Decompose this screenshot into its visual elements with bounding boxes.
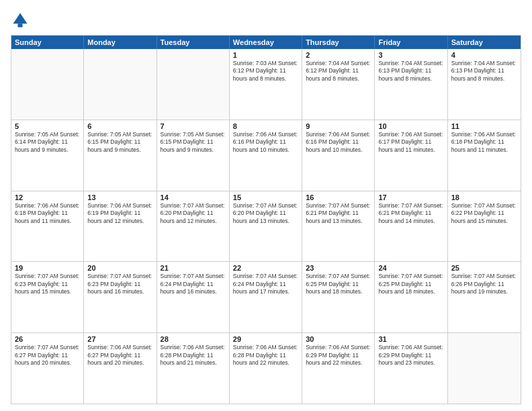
calendar-cell: 30Sunrise: 7:06 AM Sunset: 6:29 PM Dayli… <box>302 333 375 404</box>
day-info: Sunrise: 7:07 AM Sunset: 6:23 PM Dayligh… <box>87 273 152 295</box>
svg-marker-0 <box>13 13 28 24</box>
calendar-cell <box>448 333 521 404</box>
calendar-cell: 16Sunrise: 7:07 AM Sunset: 6:21 PM Dayli… <box>302 191 375 262</box>
day-number: 1 <box>233 51 298 59</box>
calendar-cell: 2Sunrise: 7:04 AM Sunset: 6:12 PM Daylig… <box>302 49 375 120</box>
day-info: Sunrise: 7:05 AM Sunset: 6:15 PM Dayligh… <box>161 131 226 154</box>
day-info: Sunrise: 7:04 AM Sunset: 6:12 PM Dayligh… <box>306 60 371 83</box>
calendar-cell: 22Sunrise: 7:07 AM Sunset: 6:24 PM Dayli… <box>230 262 302 332</box>
day-number: 30 <box>306 335 371 343</box>
day-number: 15 <box>233 193 298 201</box>
day-info: Sunrise: 7:07 AM Sunset: 6:21 PM Dayligh… <box>378 202 443 225</box>
calendar-body: 1Sunrise: 7:03 AM Sunset: 6:12 PM Daylig… <box>11 49 521 404</box>
day-number: 5 <box>15 122 80 130</box>
day-number: 13 <box>87 193 152 201</box>
day-number: 9 <box>306 122 371 130</box>
day-info: Sunrise: 7:06 AM Sunset: 6:19 PM Dayligh… <box>87 202 152 225</box>
calendar-row-3: 12Sunrise: 7:06 AM Sunset: 6:18 PM Dayli… <box>11 191 521 262</box>
day-number: 14 <box>161 193 226 201</box>
day-number: 24 <box>378 264 443 272</box>
day-info: Sunrise: 7:06 AM Sunset: 6:16 PM Dayligh… <box>306 131 371 154</box>
calendar-row-5: 26Sunrise: 7:07 AM Sunset: 6:27 PM Dayli… <box>11 332 521 404</box>
calendar-header: SundayMondayTuesdayWednesdayThursdayFrid… <box>11 36 521 49</box>
day-number: 12 <box>15 193 80 201</box>
calendar-cell: 28Sunrise: 7:06 AM Sunset: 6:28 PM Dayli… <box>157 333 230 404</box>
calendar-cell: 23Sunrise: 7:07 AM Sunset: 6:25 PM Dayli… <box>302 262 375 332</box>
calendar-row-2: 5Sunrise: 7:05 AM Sunset: 6:14 PM Daylig… <box>11 120 521 191</box>
day-number: 27 <box>87 335 152 343</box>
calendar-cell: 25Sunrise: 7:07 AM Sunset: 6:26 PM Dayli… <box>448 262 521 332</box>
day-info: Sunrise: 7:05 AM Sunset: 6:14 PM Dayligh… <box>15 131 80 154</box>
calendar-cell: 15Sunrise: 7:07 AM Sunset: 6:20 PM Dayli… <box>230 191 302 262</box>
day-info: Sunrise: 7:07 AM Sunset: 6:22 PM Dayligh… <box>451 202 517 225</box>
day-number: 18 <box>451 193 517 201</box>
header-day-monday: Monday <box>84 36 157 49</box>
header <box>11 11 521 30</box>
header-day-tuesday: Tuesday <box>157 36 230 49</box>
day-info: Sunrise: 7:07 AM Sunset: 6:20 PM Dayligh… <box>161 202 226 225</box>
day-number: 17 <box>378 193 443 201</box>
day-info: Sunrise: 7:04 AM Sunset: 6:13 PM Dayligh… <box>451 60 517 83</box>
header-day-saturday: Saturday <box>448 36 521 49</box>
calendar-cell: 3Sunrise: 7:04 AM Sunset: 6:13 PM Daylig… <box>375 49 447 120</box>
day-info: Sunrise: 7:06 AM Sunset: 6:16 PM Dayligh… <box>233 131 298 154</box>
day-info: Sunrise: 7:07 AM Sunset: 6:24 PM Dayligh… <box>233 273 298 295</box>
calendar-cell: 1Sunrise: 7:03 AM Sunset: 6:12 PM Daylig… <box>230 49 302 120</box>
day-number: 21 <box>161 264 226 272</box>
calendar-cell: 19Sunrise: 7:07 AM Sunset: 6:23 PM Dayli… <box>11 262 84 332</box>
calendar-cell: 4Sunrise: 7:04 AM Sunset: 6:13 PM Daylig… <box>448 49 521 120</box>
calendar-cell: 31Sunrise: 7:06 AM Sunset: 6:29 PM Dayli… <box>375 333 447 404</box>
day-number: 31 <box>378 335 443 343</box>
calendar-cell: 29Sunrise: 7:06 AM Sunset: 6:28 PM Dayli… <box>230 333 302 404</box>
day-number: 29 <box>233 335 298 343</box>
logo <box>11 11 32 30</box>
day-number: 11 <box>451 122 517 130</box>
calendar-cell <box>84 49 157 120</box>
day-info: Sunrise: 7:06 AM Sunset: 6:28 PM Dayligh… <box>233 344 298 367</box>
day-info: Sunrise: 7:07 AM Sunset: 6:26 PM Dayligh… <box>451 273 517 295</box>
calendar-cell: 9Sunrise: 7:06 AM Sunset: 6:16 PM Daylig… <box>302 120 375 191</box>
day-number: 19 <box>15 264 80 272</box>
day-info: Sunrise: 7:07 AM Sunset: 6:23 PM Dayligh… <box>15 273 80 295</box>
day-number: 6 <box>87 122 152 130</box>
day-number: 7 <box>161 122 226 130</box>
calendar-cell <box>11 49 84 120</box>
calendar-cell: 10Sunrise: 7:06 AM Sunset: 6:17 PM Dayli… <box>375 120 447 191</box>
calendar-cell: 18Sunrise: 7:07 AM Sunset: 6:22 PM Dayli… <box>448 191 521 262</box>
day-number: 8 <box>233 122 298 130</box>
day-info: Sunrise: 7:06 AM Sunset: 6:18 PM Dayligh… <box>15 202 80 225</box>
day-number: 2 <box>306 51 371 59</box>
header-day-sunday: Sunday <box>11 36 84 49</box>
logo-icon <box>11 11 30 30</box>
calendar-row-1: 1Sunrise: 7:03 AM Sunset: 6:12 PM Daylig… <box>11 49 521 120</box>
calendar-cell: 21Sunrise: 7:07 AM Sunset: 6:24 PM Dayli… <box>157 262 230 332</box>
calendar-cell: 24Sunrise: 7:07 AM Sunset: 6:25 PM Dayli… <box>375 262 447 332</box>
day-number: 20 <box>87 264 152 272</box>
svg-rect-1 <box>18 24 23 27</box>
day-info: Sunrise: 7:07 AM Sunset: 6:25 PM Dayligh… <box>306 273 371 295</box>
day-info: Sunrise: 7:07 AM Sunset: 6:21 PM Dayligh… <box>306 202 371 225</box>
day-number: 23 <box>306 264 371 272</box>
header-day-wednesday: Wednesday <box>230 36 302 49</box>
day-number: 10 <box>378 122 443 130</box>
day-info: Sunrise: 7:06 AM Sunset: 6:27 PM Dayligh… <box>87 344 152 367</box>
calendar-cell: 27Sunrise: 7:06 AM Sunset: 6:27 PM Dayli… <box>84 333 157 404</box>
calendar-cell: 14Sunrise: 7:07 AM Sunset: 6:20 PM Dayli… <box>157 191 230 262</box>
day-number: 28 <box>161 335 226 343</box>
calendar-cell: 8Sunrise: 7:06 AM Sunset: 6:16 PM Daylig… <box>230 120 302 191</box>
calendar-cell: 26Sunrise: 7:07 AM Sunset: 6:27 PM Dayli… <box>11 333 84 404</box>
day-info: Sunrise: 7:06 AM Sunset: 6:29 PM Dayligh… <box>306 344 371 367</box>
day-info: Sunrise: 7:07 AM Sunset: 6:27 PM Dayligh… <box>15 344 80 367</box>
calendar-cell <box>157 49 230 120</box>
day-info: Sunrise: 7:07 AM Sunset: 6:20 PM Dayligh… <box>233 202 298 225</box>
day-number: 3 <box>378 51 443 59</box>
calendar: SundayMondayTuesdayWednesdayThursdayFrid… <box>11 35 521 404</box>
day-info: Sunrise: 7:06 AM Sunset: 6:18 PM Dayligh… <box>451 131 517 154</box>
calendar-cell: 13Sunrise: 7:06 AM Sunset: 6:19 PM Dayli… <box>84 191 157 262</box>
calendar-cell: 20Sunrise: 7:07 AM Sunset: 6:23 PM Dayli… <box>84 262 157 332</box>
day-number: 4 <box>451 51 517 59</box>
calendar-cell: 12Sunrise: 7:06 AM Sunset: 6:18 PM Dayli… <box>11 191 84 262</box>
calendar-cell: 5Sunrise: 7:05 AM Sunset: 6:14 PM Daylig… <box>11 120 84 191</box>
day-number: 25 <box>451 264 517 272</box>
day-info: Sunrise: 7:07 AM Sunset: 6:25 PM Dayligh… <box>378 273 443 295</box>
